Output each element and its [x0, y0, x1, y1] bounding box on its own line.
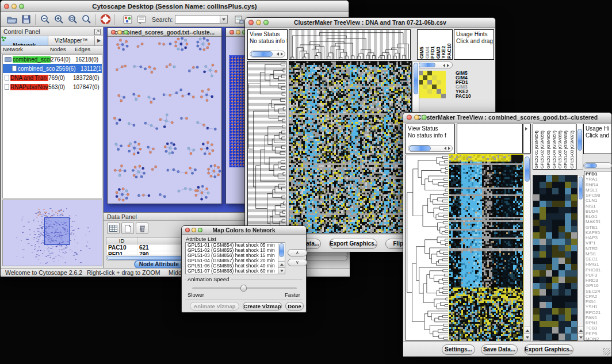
zoom-in-icon[interactable] — [52, 13, 66, 26]
scroll-thumb[interactable] — [251, 51, 273, 57]
done-button[interactable]: Done — [285, 302, 304, 311]
export-graphics-button[interactable]: Export Graphics... — [524, 344, 573, 355]
zoom-window-button[interactable] — [263, 20, 269, 25]
network-list-row[interactable]: RNAPuberNov2+563(0)107847(0) — [3, 82, 102, 91]
scroll-down-arrow[interactable] — [578, 334, 583, 340]
network-view-controls[interactable] — [111, 30, 128, 35]
minimize-button[interactable] — [256, 20, 261, 25]
col-network[interactable]: Network — [3, 46, 50, 53]
attribute-item[interactable]: GPL51-07 (GSM868) heat shock 60 min — [186, 269, 285, 274]
gene-label-list[interactable]: PFD1YRA1RNR4MSL1SPC98CLN1NIS1BUD4ELG1MAK… — [584, 171, 612, 341]
search-dropdown-icon[interactable] — [220, 15, 228, 24]
birdseye-view[interactable] — [3, 200, 102, 266]
scroll-up-arrow[interactable] — [524, 327, 530, 334]
float-panel-icon[interactable] — [94, 29, 101, 35]
zoom-window-button[interactable] — [19, 3, 24, 9]
zoom-hscrollbar[interactable] — [417, 62, 453, 68]
network-view-window[interactable]: combined_scores_good.txt--cluste... — [107, 28, 222, 204]
move-down-button[interactable]: ∨ — [288, 259, 307, 266]
close-button[interactable] — [230, 30, 234, 35]
minimize-button[interactable] — [117, 30, 122, 35]
scroll-up-arrow[interactable] — [278, 261, 285, 267]
scroll-down-arrow[interactable] — [524, 334, 530, 340]
network-list-row[interactable]: combined_scores2764(0)16218(0) — [3, 55, 102, 64]
network-list-row[interactable]: combined_sco2569(6)13112(15) — [3, 64, 102, 73]
col-nodes[interactable]: Nodes — [50, 46, 75, 53]
zoom-fit-icon[interactable] — [79, 13, 93, 26]
search-input[interactable] — [175, 15, 220, 24]
scroll-thumb[interactable] — [579, 177, 583, 200]
treeview1-titlebar[interactable]: ClusterMaker TreeView : DNA and Tran 07-… — [245, 18, 495, 28]
cluster-heatmap[interactable] — [289, 62, 411, 233]
row-dendrogram[interactable] — [406, 155, 449, 341]
zoom-out-icon[interactable] — [38, 13, 52, 26]
select-attributes-icon[interactable] — [107, 223, 120, 234]
dialog-titlebar[interactable]: Map Colors to Network — [182, 226, 306, 235]
delete-attribute-icon[interactable] — [136, 223, 148, 234]
save-data-button[interactable]: Save Data... — [481, 344, 518, 355]
animate-vizmap-button[interactable]: Animate Vizmap — [190, 302, 239, 311]
zoom-selected-icon[interactable] — [66, 13, 79, 26]
export-graphics-button[interactable]: Export Graphics... — [329, 239, 377, 249]
col-id[interactable]: ID — [106, 237, 137, 244]
heatmap-vscrollbar[interactable] — [523, 155, 531, 341]
column-dendrogram[interactable] — [289, 29, 411, 60]
close-button[interactable] — [4, 3, 9, 9]
scroll-thumb[interactable] — [409, 145, 431, 151]
settings-button[interactable]: Settings... — [442, 344, 475, 355]
zoom-window-button[interactable] — [198, 228, 202, 232]
scroll-thumb[interactable] — [418, 63, 435, 67]
zoom-vscrollbar[interactable] — [577, 175, 584, 341]
scroll-strip[interactable] — [523, 124, 531, 154]
dialog-controls[interactable] — [185, 228, 202, 232]
attribute-list[interactable]: GPL51-01 (GSM854) heat shock 05 minGPL51… — [185, 242, 285, 274]
map-colors-dialog[interactable]: Map Colors to Network Attribute List GPL… — [181, 225, 307, 313]
treeview2-window[interactable]: ClusterMaker TreeView : combined_scores_… — [403, 112, 612, 357]
scroll-thumb[interactable] — [414, 63, 418, 94]
treeview1-controls[interactable] — [248, 20, 269, 25]
treeview2-titlebar[interactable]: ClusterMaker TreeView : combined_scores_… — [403, 113, 611, 122]
network-view-titlebar[interactable]: combined_scores_good.txt--cluste... — [108, 28, 221, 37]
zoom-heatmap[interactable] — [533, 175, 577, 340]
col-edges[interactable]: Edges — [75, 46, 102, 53]
cluster-heatmap[interactable] — [449, 155, 523, 341]
row-dendrogram[interactable] — [247, 61, 286, 233]
view-status-scrollbar[interactable] — [250, 51, 285, 58]
minimize-button[interactable] — [414, 115, 419, 120]
scroll-down-arrow[interactable] — [278, 267, 285, 274]
new-attribute-icon[interactable] — [121, 223, 134, 234]
minimize-button[interactable] — [236, 30, 240, 35]
attribute-list-vscrollbar[interactable] — [278, 243, 285, 274]
tab-network[interactable]: Network — [1, 36, 48, 45]
scroll-thumb[interactable] — [279, 243, 284, 257]
main-titlebar[interactable]: Cytoscape Desktop (Session Name: collins… — [1, 1, 349, 12]
resize-grip[interactable] — [603, 348, 610, 355]
view-status-scrollbar[interactable] — [408, 145, 453, 152]
move-up-button[interactable]: ∧ — [288, 249, 307, 256]
scroll-thumb[interactable] — [577, 129, 582, 151]
vizmapper-icon[interactable] — [121, 13, 135, 26]
create-vizmap-button[interactable]: Create Vizmap — [243, 302, 282, 311]
close-button[interactable] — [185, 228, 190, 232]
labels-vscrollbar[interactable] — [576, 124, 583, 170]
open-session-icon[interactable] — [5, 13, 19, 26]
network-overview-panel[interactable] — [2, 200, 102, 266]
tab-vizmapper[interactable]: VizMapper™ — [48, 36, 95, 45]
close-button[interactable] — [248, 20, 254, 25]
tab-overflow-arrow[interactable]: ▶ — [95, 36, 103, 45]
usage-hscrollbar[interactable] — [583, 162, 612, 169]
close-button[interactable] — [111, 30, 116, 35]
scroll-thumb[interactable] — [584, 163, 597, 168]
minimize-button[interactable] — [12, 3, 17, 9]
speed-slider-thumb[interactable] — [240, 285, 247, 292]
zoom-window-button[interactable] — [422, 115, 427, 120]
window-controls[interactable] — [4, 3, 24, 9]
scroll-thumb[interactable] — [525, 156, 530, 182]
zoom-heatmap[interactable] — [418, 71, 446, 98]
close-button[interactable] — [407, 115, 412, 120]
minimize-button[interactable] — [192, 228, 196, 232]
network-canvas[interactable] — [108, 37, 221, 204]
scroll-up-arrow[interactable] — [578, 327, 583, 334]
column-dendrogram[interactable] — [457, 124, 523, 154]
network-list-row[interactable]: DNA and Tran 07769(0)183728(0) — [3, 73, 102, 82]
